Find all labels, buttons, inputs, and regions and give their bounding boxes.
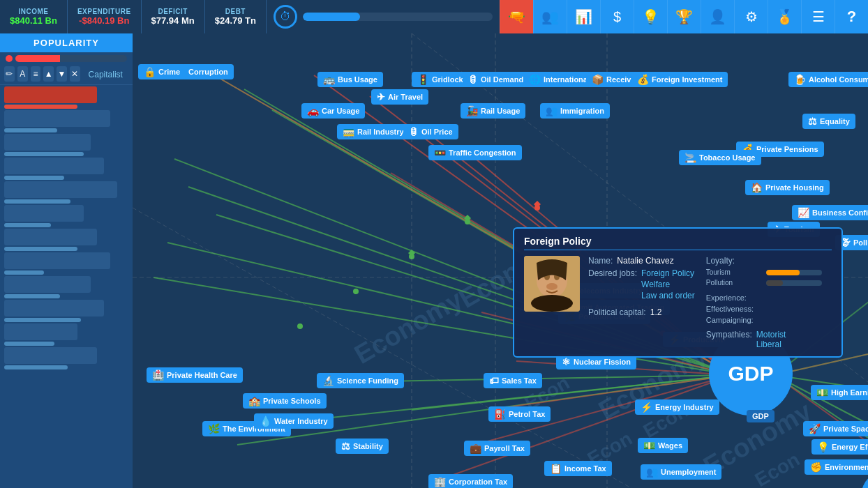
nuclear-icon: ⚛ [562, 356, 571, 367]
sidebar-item-2[interactable] [4, 110, 110, 127]
node-air-travel[interactable]: ✈ Air Travel [371, 89, 428, 105]
gear-button[interactable]: ⚙ [734, 0, 768, 33]
node-rail-industry[interactable]: 🚃 Rail Industry [337, 124, 410, 139]
pollution-bar-bg [766, 280, 822, 286]
expenditure-value: -$840.19 Bn [79, 15, 129, 26]
gdp-big-label: GDP [728, 362, 773, 386]
sidebar-item-4[interactable] [4, 158, 104, 174]
popup-capital-row: Political capital: 1.2 [588, 307, 695, 317]
help-button[interactable]: ? [835, 0, 868, 33]
science-icon: 🔬 [322, 375, 334, 386]
chart-button[interactable]: 📊 [567, 0, 600, 33]
sidebar-item-6[interactable] [4, 205, 84, 222]
people-button[interactable]: 👥 [533, 0, 567, 33]
dollar-button[interactable]: $ [600, 0, 634, 33]
node-private-health[interactable]: 🏥 Private Health Care [147, 367, 243, 383]
popup-jobs-key: Desired jobs: [588, 268, 637, 300]
svg-point-53 [531, 295, 573, 312]
node-wages[interactable]: 💵 Wages [638, 438, 688, 453]
tool-text[interactable]: A [17, 66, 28, 82]
person-button[interactable]: 👤 [701, 0, 734, 33]
gdp-small-label: GDP [752, 412, 769, 420]
tool-up[interactable]: ▲ [43, 66, 54, 82]
node-car-usage[interactable]: 🚗 Car Usage [301, 103, 365, 119]
node-energy-efficiency[interactable]: 💡 Energy Efficiency [811, 439, 868, 455]
node-crime[interactable]: 🔒 Crime [138, 64, 186, 79]
main-canvas: Economy Economy Economy Economy Econ Eco… [133, 33, 868, 488]
sidebar-item-1[interactable] [4, 86, 97, 103]
node-corp-tax[interactable]: 🏢 Corporation Tax [428, 474, 513, 488]
air-travel-icon: ✈ [377, 91, 385, 102]
popularity-dot [6, 55, 13, 62]
node-unemployment[interactable]: 👥 Unemployment [641, 464, 721, 480]
tool-pencil[interactable]: ✏ [4, 66, 15, 82]
timer-icon[interactable]: ⏱ [274, 5, 297, 29]
stability-icon: ⚖ [341, 441, 350, 452]
wages-label: Wages [658, 441, 682, 450]
popup-sym-key: Sympathies: [706, 330, 752, 349]
corruption-label: Corruption [188, 68, 228, 76]
housing-icon: 🏠 [751, 182, 763, 193]
node-foreign-investment[interactable]: 💰 Foreign Investment [631, 72, 728, 87]
income-value: $840.11 Bn [10, 15, 57, 26]
node-oil-price[interactable]: 🛢 Oil Price [403, 124, 458, 139]
node-rail-usage[interactable]: 🚂 Rail Usage [461, 103, 525, 119]
unemployment-icon: 👥 [646, 466, 658, 478]
node-private-schools[interactable]: 🏫 Private Schools [243, 393, 327, 409]
trophy-button[interactable]: 🏆 [667, 0, 701, 33]
node-gridlock[interactable]: 🚦 Gridlock [412, 72, 469, 87]
tobacco-icon: 🚬 [684, 152, 696, 163]
environment-icon: 🌿 [208, 423, 220, 434]
node-bus-usage[interactable]: 🚌 Bus Usage [317, 72, 383, 87]
node-co2[interactable]: CO₂ [862, 473, 868, 488]
sidebar-item-5[interactable] [4, 181, 117, 198]
popularity-bar-container [0, 52, 133, 63]
gun-button[interactable]: 🔫 [500, 0, 533, 33]
sidebar-item-11[interactable] [4, 323, 77, 340]
node-immigration[interactable]: 👥 Immigration [540, 103, 610, 119]
oil-price-label: Oil Price [421, 128, 453, 136]
protests-label: Environmental Protests [825, 463, 868, 471]
sidebar-item-12[interactable] [4, 347, 97, 364]
bulb-button[interactable]: 💡 [634, 0, 667, 33]
node-oil-demand[interactable]: 🛢 Oil Demand [463, 72, 529, 87]
node-private-housing[interactable]: 🏠 Private Housing [745, 180, 830, 195]
node-traffic[interactable]: 🚥 Traffic Congestion [428, 145, 522, 160]
watermark-7: Econ [751, 448, 804, 488]
popup-right-col: Loyalty: Tourism Pollution [706, 256, 832, 349]
node-equality[interactable]: ⚖ Equality [802, 114, 855, 129]
svg-point-24 [409, 254, 414, 259]
node-payroll-tax[interactable]: 💼 Payroll Tax [464, 441, 530, 456]
popup-job2: Welfare [641, 280, 695, 289]
sidebar-bar-5 [4, 199, 70, 204]
sidebar-bar-2 [4, 128, 57, 132]
node-business-confidence[interactable]: 📈 Business Confidence [792, 205, 868, 220]
node-sales-tax[interactable]: 🏷 Sales Tax [484, 373, 542, 388]
node-tobacco[interactable]: 🚬 Tobacco Usage [679, 150, 761, 165]
node-env-protests[interactable]: ✊ Environmental Protests [805, 459, 868, 475]
sidebar-item-10[interactable] [4, 300, 104, 317]
popup-left-col: Name: Natalie Chavez Desired jobs: Forei… [588, 256, 695, 349]
sidebar-item-7[interactable] [4, 229, 97, 245]
node-energy-industry[interactable]: ⚡ Energy Industry [635, 399, 719, 415]
tool-close[interactable]: ✕ [70, 66, 80, 82]
node-high-earnings[interactable]: 💵 High Earnings [811, 385, 868, 400]
node-gdp-small[interactable]: GDP [747, 410, 775, 422]
sidebar-header: POPULARITY [0, 33, 133, 52]
medal-button[interactable]: 🏅 [768, 0, 801, 33]
gridlock-icon: 🚦 [417, 74, 429, 85]
node-private-space[interactable]: 🚀 Private Space Industry [803, 421, 868, 436]
node-petrol-tax[interactable]: ⛽ Petrol Tax [488, 406, 551, 422]
node-income-tax[interactable]: 📋 Income Tax [544, 461, 612, 476]
menu-button[interactable]: ☰ [801, 0, 835, 33]
node-science[interactable]: 🔬 Science Funding [317, 373, 404, 388]
node-water[interactable]: 💧 Water Industry [254, 413, 334, 429]
income-label: INCOME [18, 8, 48, 15]
tool-down[interactable]: ▼ [57, 66, 67, 82]
node-stability[interactable]: ⚖ Stability [336, 439, 389, 454]
sidebar-item-3[interactable] [4, 134, 91, 151]
sidebar-item-9[interactable] [4, 276, 91, 293]
sidebar-item-8[interactable] [4, 252, 110, 269]
node-alcohol[interactable]: 🍺 Alcohol Consumption [788, 72, 868, 87]
tool-list[interactable]: ≡ [31, 66, 41, 82]
